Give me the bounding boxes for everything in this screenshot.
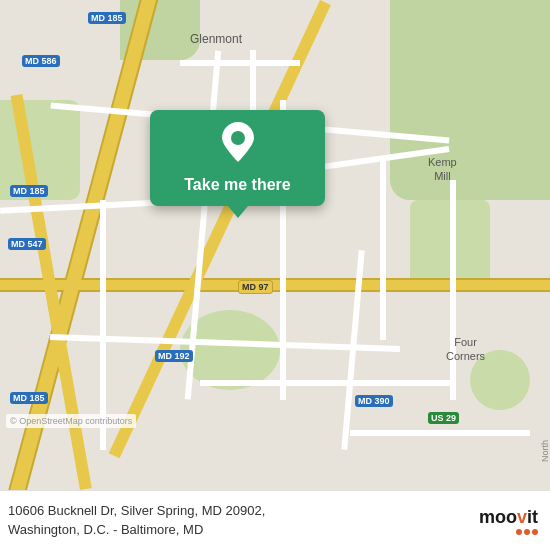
map-container: MD 185 MD 586 MD 185 MD 547 MD 97 MD 185… — [0, 0, 550, 490]
shield-md192: MD 192 — [155, 350, 193, 362]
dot-3 — [532, 529, 538, 535]
road-local-8 — [200, 380, 450, 386]
copyright: © OpenStreetMap contributors — [6, 414, 136, 428]
pin-icon-wrapper — [222, 122, 254, 166]
moovit-text: moovit — [479, 507, 538, 528]
pin-popup[interactable]: Take me there — [150, 110, 325, 206]
road-local-13 — [180, 60, 300, 66]
shield-md185-top: MD 185 — [88, 12, 126, 24]
place-glenmont: Glenmont — [190, 32, 242, 46]
shield-us29: US 29 — [428, 412, 459, 424]
green-area-top-right — [390, 0, 550, 200]
road-local-12 — [350, 430, 530, 436]
road-local-11 — [450, 180, 456, 400]
info-bar: 10606 Bucknell Dr, Silver Spring, MD 209… — [0, 490, 550, 550]
shield-md390: MD 390 — [355, 395, 393, 407]
dot-2 — [524, 529, 530, 535]
address-line2: Washington, D.C. - Baltimore, MD — [8, 522, 203, 537]
place-kemp-mill: KempMill — [428, 155, 457, 184]
road-local-9 — [100, 200, 106, 450]
take-me-there-label: Take me there — [184, 176, 290, 194]
shield-md97: MD 97 — [238, 280, 273, 294]
shield-md586: MD 586 — [22, 55, 60, 67]
shield-md547: MD 547 — [8, 238, 46, 250]
moovit-dots — [516, 529, 538, 535]
place-four-corners: FourCorners — [446, 335, 485, 364]
dot-1 — [516, 529, 522, 535]
popup-box[interactable]: Take me there — [150, 110, 325, 206]
road-local-10 — [380, 160, 386, 340]
moovit-logo: moovit — [479, 507, 538, 535]
shield-md185-bottom: MD 185 — [10, 392, 48, 404]
address-text: 10606 Bucknell Dr, Silver Spring, MD 209… — [8, 502, 471, 538]
moovit-v: v — [517, 507, 527, 527]
svg-point-0 — [231, 131, 245, 145]
place-north-label: North — [540, 440, 550, 462]
road-major-horizontal — [0, 280, 550, 290]
shield-md185-left: MD 185 — [10, 185, 48, 197]
address-line1: 10606 Bucknell Dr, Silver Spring, MD 209… — [8, 503, 265, 518]
